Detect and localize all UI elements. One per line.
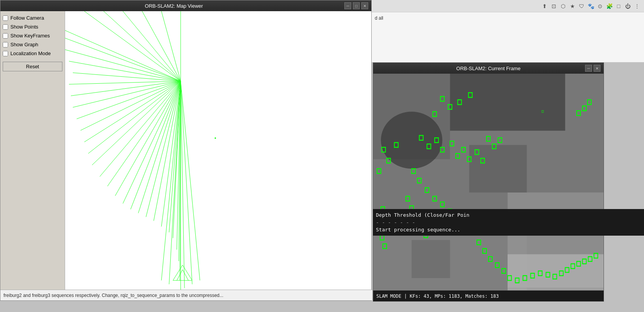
minimize-button[interactable]: ─ (344, 2, 351, 9)
depth-dashes: - - - - - - - (376, 219, 641, 225)
frame-titlebar: ORB-SLAM2: Current Frame ─ ✕ (373, 63, 604, 74)
depth-threshold-line1: Depth Threshold (Close/Far Poin (376, 212, 641, 218)
localization-mode-checkbox[interactable] (3, 51, 8, 56)
titlebar-buttons-right[interactable]: ─ □ ✕ (344, 2, 368, 9)
localization-mode-row[interactable]: Localization Mode (3, 50, 62, 57)
reset-button[interactable]: Reset (3, 62, 62, 71)
svg-line-43 (183, 270, 188, 280)
controls-panel: Follow Camera Show Points Show KeyFrames… (0, 11, 65, 300)
svg-line-30 (123, 11, 181, 81)
share-icon[interactable]: ⬡ (559, 2, 567, 10)
svg-line-12 (107, 81, 181, 186)
current-frame-window: ORB-SLAM2: Current Frame ─ ✕ (373, 62, 604, 302)
follow-camera-checkbox[interactable] (3, 15, 8, 21)
share-screen-icon[interactable]: ⊡ (550, 2, 558, 10)
depth-threshold-panel: Depth Threshold (Close/Far Poin - - - - … (373, 209, 644, 236)
frame-close-button[interactable]: ✕ (594, 65, 600, 72)
menu-icon[interactable]: ⋮ (633, 2, 641, 10)
follow-camera-row[interactable]: Follow Camera (3, 14, 62, 22)
map-canvas[interactable] (65, 11, 371, 300)
svg-line-4 (71, 81, 181, 96)
power-icon[interactable]: ⏻ (624, 2, 632, 10)
camera-svg (373, 74, 604, 290)
slam-status-text: SLAM MODE | KFs: 43, MPs: 1183, Matches:… (376, 293, 499, 299)
show-graph-label: Show Graph (10, 42, 38, 47)
frame-minimize-button[interactable]: ─ (585, 65, 592, 72)
follow-camera-label: Follow Camera (10, 15, 44, 21)
show-points-checkbox[interactable] (3, 24, 8, 30)
svg-line-5 (73, 81, 181, 108)
svg-line-1 (69, 61, 181, 81)
puzzle-icon[interactable]: 🧩 (605, 2, 613, 10)
paw-icon[interactable]: 🐾 (587, 2, 595, 10)
show-graph-row[interactable]: Show Graph (3, 41, 62, 48)
frame-status-bar: SLAM MODE | KFs: 43, MPs: 1183, Matches:… (373, 290, 604, 301)
browser-toolbar: ⬆ ⊡ ⬡ ★ 🛡 🐾 ⊙ 🧩 □ ⏻ ⋮ (372, 0, 644, 12)
browser-text: d all (375, 15, 383, 21)
map-viewer-body: Follow Camera Show Points Show KeyFrames… (0, 11, 371, 300)
svg-line-42 (177, 270, 183, 280)
show-keyframes-label: Show KeyFrames (10, 33, 50, 39)
show-keyframes-checkbox[interactable] (3, 33, 8, 39)
map-viewer-window: ORB-SLAM2: Map Viewer ─ □ ✕ Follow Camer… (0, 0, 372, 301)
start-processing-text: Start processing sequence... (376, 227, 641, 233)
frame-camera-view (373, 74, 604, 290)
svg-rect-52 (412, 240, 450, 278)
map-viewer-titlebar: ORB-SLAM2: Map Viewer ─ □ ✕ (0, 0, 371, 11)
svg-line-15 (131, 81, 181, 209)
shield-icon[interactable]: 🛡 (578, 2, 585, 10)
svg-line-31 (142, 11, 181, 81)
show-graph-checkbox[interactable] (3, 42, 8, 47)
svg-line-9 (88, 81, 181, 154)
svg-line-28 (84, 11, 181, 81)
browser-content: d all (372, 12, 644, 24)
bookmark-icon[interactable]: ★ (569, 2, 576, 10)
upload-icon[interactable]: ⬆ (541, 2, 548, 10)
show-keyframes-row[interactable]: Show KeyFrames (3, 32, 62, 39)
svg-line-3 (69, 81, 181, 84)
svg-rect-51 (469, 145, 527, 192)
maximize-button[interactable]: □ (353, 2, 360, 9)
svg-rect-53 (508, 254, 604, 290)
browser-panel: ⬆ ⊡ ⬡ ★ 🛡 🐾 ⊙ 🧩 □ ⏻ ⋮ d all (372, 0, 644, 62)
show-points-label: Show Points (10, 24, 38, 30)
bottom-text-content: freiburg2 and freiburg3 sequences respec… (3, 293, 223, 298)
browser-window-icon[interactable]: □ (615, 2, 622, 10)
svg-line-13 (115, 81, 181, 196)
close-button[interactable]: ✕ (361, 2, 368, 9)
svg-rect-47 (450, 74, 565, 131)
localization-mode-label: Localization Mode (10, 51, 51, 56)
map-viewer-bottom-text: freiburg2 and freiburg3 sequences respec… (0, 290, 372, 300)
map-viewer-title: ORB-SLAM2: Map Viewer (3, 3, 344, 9)
circle-icon[interactable]: ⊙ (596, 2, 604, 10)
svg-point-44 (215, 138, 216, 139)
map-svg (65, 11, 371, 300)
svg-line-6 (77, 81, 181, 119)
frame-titlebar-buttons[interactable]: ─ ✕ (585, 65, 600, 72)
show-points-row[interactable]: Show Points (3, 23, 62, 30)
svg-line-26 (65, 38, 181, 81)
svg-line-32 (161, 11, 181, 81)
svg-line-7 (80, 81, 181, 131)
frame-title: ORB-SLAM2: Current Frame (392, 66, 585, 71)
